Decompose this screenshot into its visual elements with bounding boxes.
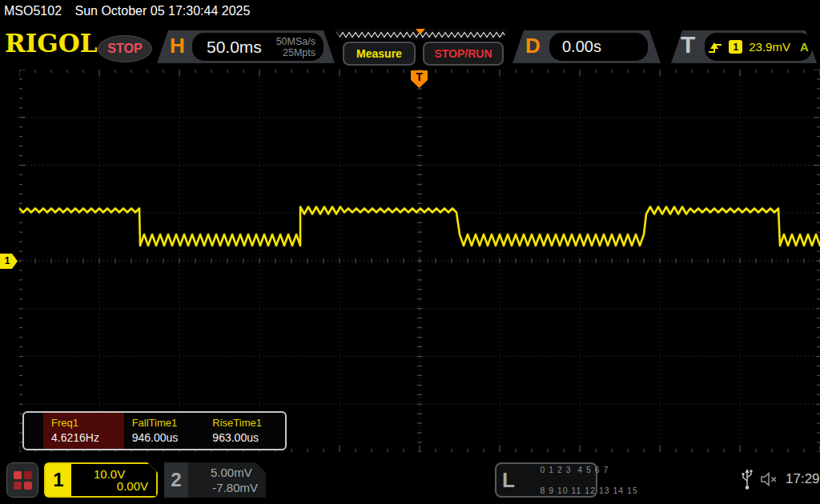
measurement-panel: Freq1 4.6216Hz FallTime1 946.00us RiseTi… [22,411,287,450]
channel2-body: 5.00mV -7.80mV [188,462,266,498]
channel1-block[interactable]: 1 10.0V 0.00V [44,462,158,498]
channel2-scale: 5.00mV [211,466,252,479]
memory-depth: 25Mpts [283,47,316,58]
delay-value: 0.00s [562,38,601,56]
device-model: MSO5102 [4,4,62,18]
horizontal-pill: 50.0ms 50MSa/s 25Mpts [192,33,324,61]
measurement-value: 946.00us [132,431,205,444]
logic-label: L [502,468,515,493]
horizontal-label: H [170,34,185,58]
logic-channel-numbers: 0 1 2 3 4 5 6 7 8 9 10 11 12 13 14 15 [521,454,638,504]
measurement-label: RiseTime1 [212,417,285,429]
rigol-logo: RIGOL [5,29,98,58]
measurement-value: 4.6216Hz [51,431,124,444]
acquisition-info: 50MSa/s 25Mpts [276,36,316,58]
run-state-indicator: STOP [98,35,152,62]
windows-menu-button[interactable] [6,462,38,498]
timebase-value: 50.0ms [207,38,276,57]
trigger-pill: 1 23.9mV A [705,33,812,61]
delay-label: D [525,34,541,58]
window-grid-icon [14,471,32,490]
trigger-settings-block[interactable]: T 1 23.9mV A [671,30,817,63]
measure-button[interactable]: Measure [343,42,416,66]
horizontal-settings-block[interactable]: H 50.0ms 50MSa/s 25Mpts [157,30,335,63]
measurement-cell-falltime[interactable]: FallTime1 946.00us [124,413,205,449]
measurement-label: Freq1 [51,417,124,429]
delay-pill: 0.00s [549,33,648,61]
channel1-body: 10.0V 0.00V [71,464,156,496]
oscilloscope-screen: MSO5102 Sun October 05 17:30:44 2025 RIG… [0,0,820,504]
trigger-source-badge: 1 [729,40,742,54]
trigger-mode: A [800,40,809,54]
sample-rate: 50MSa/s [276,36,316,47]
ch1-ground-marker[interactable]: 1 [0,254,18,269]
logic-row1: 0 1 2 3 4 5 6 7 [540,465,609,474]
waveform-display: T [19,70,820,452]
measurement-cell-freq[interactable]: Freq1 4.6216Hz [43,413,124,449]
delay-settings-block[interactable]: D 0.00s [512,30,661,63]
trigger-slope-icon [708,40,722,54]
datetime-text: Sun October 05 17:30:44 2025 [75,4,251,18]
measurement-label: FallTime1 [132,417,205,429]
measurement-value: 963.00us [212,431,285,444]
speaker-muted-icon [760,472,779,486]
channel2-offset: -7.80mV [212,481,258,494]
logic-analyzer-block[interactable]: L 0 1 2 3 4 5 6 7 8 9 10 11 12 13 14 15 [495,462,597,498]
logic-row2: 8 9 10 11 12 13 14 15 [540,486,637,495]
channel2-block[interactable]: 2 5.00mV -7.80mV [164,462,266,498]
trigger-label: T [681,31,695,58]
titlebar: MSO5102 Sun October 05 17:30:44 2025 [0,0,820,24]
channel1-offset: 0.00V [117,479,148,493]
stop-run-button[interactable]: STOP/RUN [423,42,504,66]
measurement-cell-risetime[interactable]: RiseTime1 963.00us [204,413,285,449]
channel1-badge: 1 [46,464,71,496]
record-position-icon[interactable] [416,29,425,34]
ch1-waveform-trace [19,70,820,452]
usb-icon [741,468,754,490]
channel2-badge: 2 [164,462,188,498]
trigger-level-value: 23.9mV [749,40,790,54]
clock-text: 17:29 [786,471,820,487]
